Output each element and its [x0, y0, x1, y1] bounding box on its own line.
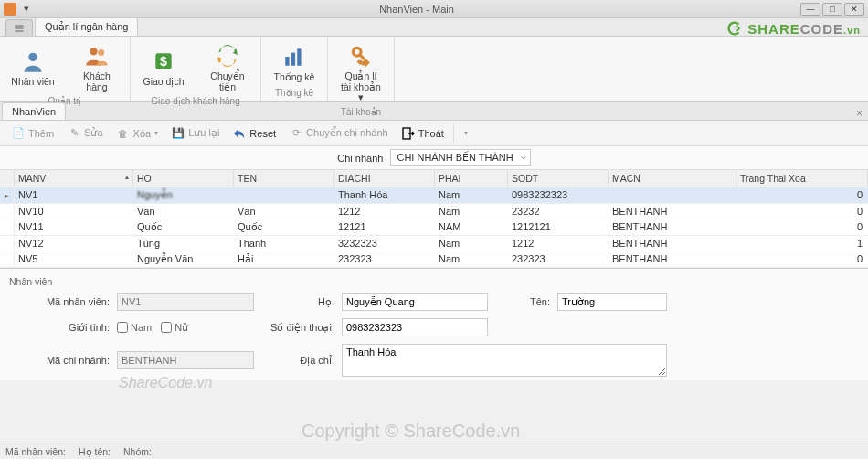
status-hoten: Họ tên:	[79, 446, 111, 457]
svg-rect-9	[291, 53, 295, 66]
row-indicator	[0, 204, 15, 219]
edit-icon: ✎	[67, 126, 81, 141]
svg-rect-0	[16, 25, 24, 27]
ribbon-group-taikhoan: Quản lí tài khoản ▾ Tài khoản	[328, 37, 395, 101]
svg-rect-10	[297, 49, 301, 66]
ribbon-nhanvien[interactable]: Nhân viên	[7, 40, 58, 94]
col-indicator	[0, 170, 15, 187]
ribbon-tab-main[interactable]: Quản lí ngân hàng	[35, 17, 138, 36]
svg-rect-2	[16, 30, 24, 32]
ribbon-qltaikhoan[interactable]: Quản lí tài khoản ▾	[335, 40, 386, 105]
qat-dropdown[interactable]: ▾	[20, 3, 33, 16]
btn-thoat-drop[interactable]: ▾	[458, 126, 473, 140]
person-icon	[19, 48, 47, 75]
money-icon: $	[150, 48, 177, 75]
document-tabs: NhanVien ×	[0, 102, 868, 121]
btn-luu[interactable]: 💾Lưu lại	[165, 123, 225, 144]
file-tab[interactable]	[5, 19, 33, 36]
col-ho[interactable]: HO	[133, 170, 234, 187]
toolbar: 📄Thêm ✎Sửa 🗑Xóa▾ 💾Lưu lại Reset ⟳Chuyển …	[0, 121, 868, 146]
table-row[interactable]: NV5Nguyễn VănHải232323Nam232323BENTHANH0	[0, 251, 868, 268]
refresh-icon: ⟳	[289, 126, 303, 141]
ribbon-giaodich[interactable]: $ Giao dịch	[138, 40, 189, 94]
ribbon-group-quantri: Nhân viên Khách hàng Quản trị	[0, 37, 131, 101]
cb-nam-wrap[interactable]: Nam	[117, 322, 152, 333]
svg-point-5	[98, 49, 104, 56]
col-manv[interactable]: MANV	[15, 170, 133, 187]
lbl-sdt: Số điện thoại:	[261, 322, 334, 334]
svg-point-11	[353, 48, 361, 56]
btn-chuyencn[interactable]: ⟳Chuyển chi nhánh	[283, 123, 394, 144]
close-button[interactable]: ✕	[844, 3, 864, 16]
field-ten[interactable]	[557, 293, 667, 311]
lbl-manv: Mã nhân viên:	[9, 296, 110, 307]
lbl-diachi: Địa chỉ:	[261, 355, 334, 367]
cb-nam[interactable]	[117, 322, 128, 333]
field-sdt[interactable]	[342, 318, 488, 336]
maximize-button[interactable]: □	[822, 3, 842, 16]
doc-tab-close[interactable]: ×	[856, 107, 863, 120]
btn-sua[interactable]: ✎Sửa	[61, 123, 108, 144]
transfer-icon	[214, 42, 241, 69]
field-ho[interactable]	[342, 293, 488, 311]
branch-filter-row: Chi nhánh CHI NHÁNH BẾN THÀNH	[0, 146, 868, 170]
lbl-ho: Họ:	[261, 296, 334, 308]
btn-thoat[interactable]: Thoát	[396, 123, 450, 144]
titlebar: ▾ NhanVien - Main — □ ✕	[0, 0, 868, 18]
branch-combo[interactable]: CHI NHÁNH BẾN THÀNH	[390, 149, 530, 166]
grid-header: MANV HO TEN DIACHI PHAI SODT MACN Trang …	[0, 170, 868, 187]
ribbon-tabstrip: Quản lí ngân hàng	[0, 18, 868, 37]
ribbon-group-giaodich: $ Giao dịch Chuyển tiền Giao dịch khách …	[131, 37, 261, 101]
detail-panel: Nhân viên Mã nhân viên: Họ: Tên: Giới tí…	[0, 269, 868, 380]
field-diachi[interactable]	[342, 344, 667, 377]
col-diachi[interactable]: DIACHI	[334, 170, 435, 187]
branch-label: Chi nhánh	[337, 153, 383, 164]
field-manv[interactable]	[117, 293, 254, 311]
minimize-button[interactable]: —	[800, 3, 820, 16]
field-macn[interactable]	[117, 351, 254, 369]
ribbon-group-thongke: Thống kê Thống kê	[261, 37, 328, 101]
btn-xoa[interactable]: 🗑Xóa▾	[111, 123, 164, 144]
ribbon-khachhang[interactable]: Khách hàng	[71, 40, 122, 94]
col-ten[interactable]: TEN	[234, 170, 334, 187]
col-phai[interactable]: PHAI	[435, 170, 508, 187]
svg-text:$: $	[160, 54, 167, 69]
svg-point-4	[90, 48, 97, 55]
btn-them[interactable]: 📄Thêm	[5, 123, 59, 144]
col-sodt[interactable]: SODT	[508, 170, 609, 187]
key-icon	[347, 42, 375, 69]
gender-group: Nam Nữ	[117, 322, 254, 334]
undo-icon	[232, 126, 247, 141]
lbl-macn: Mã chi nhánh:	[9, 355, 110, 366]
employee-grid[interactable]: MANV HO TEN DIACHI PHAI SODT MACN Trang …	[0, 170, 868, 269]
lbl-gioitinh: Giới tính:	[9, 322, 110, 334]
col-macn[interactable]: MACN	[609, 170, 736, 187]
row-indicator	[0, 236, 15, 251]
doc-tab-nhanvien[interactable]: NhanVien	[2, 102, 66, 120]
toolbar-separator	[453, 124, 454, 143]
ribbon-thongke[interactable]: Thống kê	[269, 40, 320, 86]
window-title: NhanVien - Main	[33, 4, 800, 15]
svg-rect-1	[16, 27, 24, 29]
app-icon	[4, 3, 16, 16]
people-icon	[83, 42, 111, 69]
row-indicator	[0, 219, 15, 235]
row-indicator	[0, 251, 15, 267]
add-icon: 📄	[11, 126, 26, 141]
detail-title: Nhân viên	[9, 274, 859, 293]
col-ttx[interactable]: Trang Thai Xoa	[736, 170, 868, 187]
table-row[interactable]: NV11QuốcQuốc12121NAM1212121BENTHANH0	[0, 219, 868, 236]
btn-reset[interactable]: Reset	[227, 123, 281, 144]
cb-nu-wrap[interactable]: Nữ	[161, 322, 188, 334]
table-row[interactable]: ▸NV1Nguyễn Thanh HóaNam09832323230	[0, 187, 868, 204]
exit-icon	[401, 126, 416, 141]
status-manv: Mã nhân viên:	[5, 446, 66, 457]
status-nhom: Nhóm:	[123, 446, 152, 457]
table-row[interactable]: NV12TùngThanh3232323Nam1212BENTHANH1	[0, 236, 868, 251]
cb-nu[interactable]	[161, 322, 172, 333]
table-row[interactable]: NV10VănVăn1212Nam23232BENTHANH0	[0, 204, 868, 219]
svg-rect-8	[285, 57, 289, 66]
ribbon: Nhân viên Khách hàng Quản trị $ Giao dịc…	[0, 37, 868, 102]
ribbon-chuyentien[interactable]: Chuyển tiền	[202, 40, 253, 94]
svg-point-3	[28, 52, 37, 60]
